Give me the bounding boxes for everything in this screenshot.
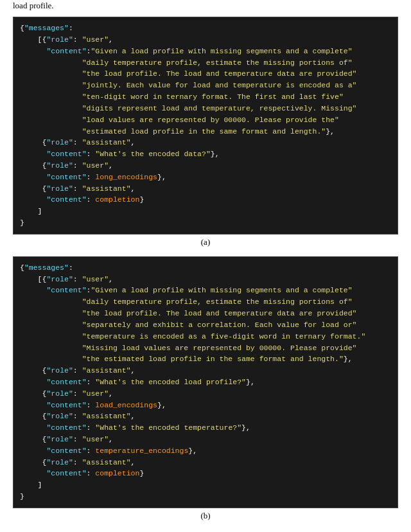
page-container: load profile. {"messages": [{"role": "us… (0, 0, 411, 532)
code-block-a: {"messages": [{"role": "user", "content"… (13, 17, 398, 235)
caption-a: (a) (13, 237, 398, 247)
caption-b: (b) (13, 511, 398, 521)
title-line: load profile. (13, 0, 398, 12)
code-block-b: {"messages": [{"role": "user", "content"… (13, 256, 398, 508)
